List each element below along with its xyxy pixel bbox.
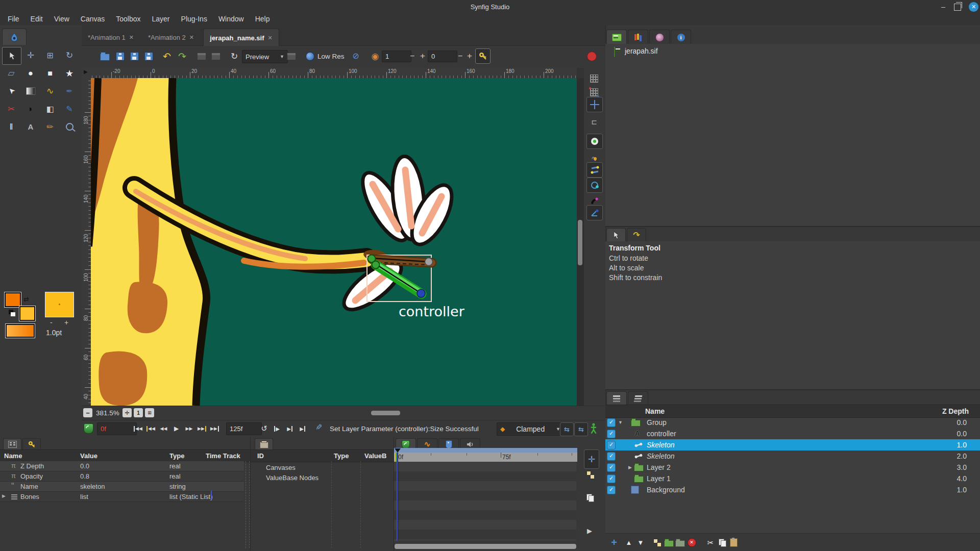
layer-visible-checkbox[interactable]: ✓ — [607, 474, 616, 483]
timetrack-move-button[interactable]: ✛ — [584, 449, 599, 469]
gradient-swatch[interactable] — [7, 325, 34, 337]
past-onion-field[interactable]: 1 — [382, 51, 411, 62]
brush-preview-swatch[interactable] — [45, 292, 74, 317]
animate-mode-man-icon[interactable] — [589, 422, 598, 435]
info-tab[interactable]: i — [671, 30, 691, 44]
show-guides-button[interactable] — [586, 97, 603, 112]
close-icon[interactable]: ✕ — [189, 34, 194, 41]
redo-button[interactable]: ↷ — [178, 51, 187, 61]
toggle-position-handles-button[interactable] — [586, 162, 603, 178]
zoom-fit-icon[interactable] — [305, 51, 314, 61]
future-onion-increase[interactable]: + — [467, 52, 472, 60]
close-icon[interactable]: ✕ — [129, 34, 134, 41]
preview-options-button[interactable] — [211, 51, 220, 61]
minimize-button[interactable]: – — [938, 2, 948, 12]
menu-help[interactable]: Help — [250, 14, 276, 24]
duplicate-layer-button[interactable] — [652, 537, 663, 547]
polygon-tool[interactable]: ➤ — [2, 83, 20, 99]
close-button[interactable]: ✕ — [969, 2, 978, 12]
undo-button[interactable]: ↶ — [162, 51, 172, 61]
canvas-surface[interactable]: controller — [91, 78, 577, 406]
keyframe-bind-past-button[interactable]: ⇆ — [560, 422, 574, 436]
navigator-tab[interactable] — [649, 30, 670, 44]
skeleton-tool[interactable]: ‖ — [2, 118, 20, 135]
new-layer-button[interactable]: + — [609, 537, 619, 547]
onion-skin-button[interactable]: ◉ — [371, 51, 380, 61]
param-value[interactable]: skeleton — [80, 483, 105, 490]
param-value[interactable]: 0.0 — [80, 462, 89, 470]
toggle-angle-handles-button[interactable] — [586, 205, 603, 220]
library-tab[interactable] — [255, 438, 273, 450]
future-onion-decrease[interactable]: − — [458, 52, 462, 60]
param-row-zdepth[interactable]: πZ Depth0.0real — [0, 461, 244, 471]
expander-icon[interactable]: ▼ — [618, 420, 623, 425]
gradient-tool[interactable] — [21, 83, 40, 99]
fit-canvas-button[interactable]: ✛ — [122, 408, 132, 417]
render-indicator-icon[interactable] — [587, 52, 597, 61]
doc-tab-3[interactable]: jerapah_name.sif✕ — [203, 29, 279, 46]
outline-color-swatch[interactable] — [20, 307, 34, 320]
next-frame-button[interactable]: ▶▶ — [183, 422, 195, 435]
timebar-blue[interactable] — [394, 448, 577, 453]
width-increase-button[interactable]: + — [64, 319, 68, 326]
zoom-level-value[interactable]: 381.5% — [96, 409, 119, 417]
canvas-browser-file-row[interactable]: jerapah.sif — [605, 46, 980, 56]
bone-tip-handle-blue[interactable] — [417, 289, 425, 297]
save-as-button[interactable] — [130, 51, 139, 61]
layer-row-group[interactable]: ✓▼Group0.0 — [605, 417, 980, 428]
seek-begin-button[interactable]: ◀◀ — [132, 422, 144, 435]
play-from-begin-button[interactable]: ▶ — [271, 422, 283, 435]
render-preview-icon[interactable] — [84, 423, 93, 434]
preview-quality-dropdown[interactable]: Preview ▼ — [242, 50, 288, 63]
prev-keyframe-button[interactable]: ◀◀ — [144, 422, 157, 435]
transform-tool[interactable] — [2, 47, 21, 65]
save-all-button[interactable] — [144, 51, 153, 61]
library-item-0[interactable]: Canvases — [251, 463, 394, 473]
sketch-tool[interactable]: ✏ — [41, 118, 59, 135]
seek-end-alt-button[interactable]: ▶ — [296, 422, 309, 435]
refresh-button[interactable]: ↻ — [230, 51, 239, 61]
snap-guides-button[interactable]: ⊏ — [586, 115, 602, 129]
ungroup-layer-button[interactable] — [675, 537, 685, 547]
layer-row-controller[interactable]: ✓Acontroller0.0 — [605, 428, 980, 439]
parameters-tab[interactable] — [3, 438, 21, 450]
cut-layer-button[interactable]: ✂ — [705, 537, 716, 547]
low-res-toggle-button[interactable]: ⊞ — [145, 408, 154, 417]
smooth-move-tool[interactable]: ✛ — [21, 47, 40, 64]
end-time-field[interactable]: 125f — [226, 422, 262, 435]
palette-tab[interactable] — [628, 30, 648, 44]
canvas-browser-tab[interactable] — [606, 30, 627, 44]
toggle-lowres-circle-button[interactable] — [586, 134, 603, 149]
tool-options-tab[interactable] — [606, 228, 626, 242]
preview-window-button[interactable] — [287, 51, 296, 61]
next-keyframe-button[interactable]: ▶▶ — [195, 422, 208, 435]
menu-edit[interactable]: Edit — [25, 14, 48, 24]
delete-layer-button[interactable]: ✕ — [687, 537, 697, 547]
text-tool[interactable]: A — [21, 118, 40, 135]
timebar-gray[interactable]: 0f 75f — [394, 453, 577, 462]
save-button[interactable] — [115, 51, 125, 61]
menu-canvas[interactable]: Canvas — [75, 14, 110, 24]
width-blob-tool[interactable]: ◗ — [21, 101, 40, 117]
layer-visible-checkbox[interactable]: ✓ — [607, 430, 616, 438]
layer-visible-checkbox[interactable]: ✓ — [607, 418, 616, 427]
expander-icon[interactable]: ▶ — [2, 493, 6, 498]
keyframes-tab[interactable] — [22, 438, 41, 450]
cutout-tool[interactable]: ✂ — [2, 101, 20, 117]
tool-history-tab[interactable]: ↷ — [627, 228, 646, 242]
copy-layer-button[interactable] — [717, 537, 727, 547]
zoom-normal-button[interactable]: 1 — [134, 408, 143, 417]
spline-tool[interactable]: ∿ — [41, 83, 59, 99]
toggle-lowres-button[interactable]: ⊘ — [351, 51, 360, 61]
past-onion-decrease[interactable]: − — [410, 52, 414, 60]
layer-row-skeleton[interactable]: ✓Skeleton2.0 — [605, 450, 980, 462]
fill-tool[interactable]: ◧ — [41, 101, 59, 117]
menu-file[interactable]: File — [2, 14, 25, 24]
interpolation-dropdown[interactable]: ◆ Clamped ▼ — [497, 422, 564, 436]
doc-tab-1[interactable]: *Animation 1✕ — [83, 29, 139, 46]
menu-window[interactable]: Window — [213, 14, 250, 24]
bone-origin-handle[interactable] — [372, 261, 380, 269]
param-row-bones[interactable]: ▶Boneslistlist (Static List) — [0, 492, 244, 502]
close-icon[interactable]: ✕ — [268, 35, 273, 41]
loop-button[interactable]: ↺ — [258, 422, 271, 435]
